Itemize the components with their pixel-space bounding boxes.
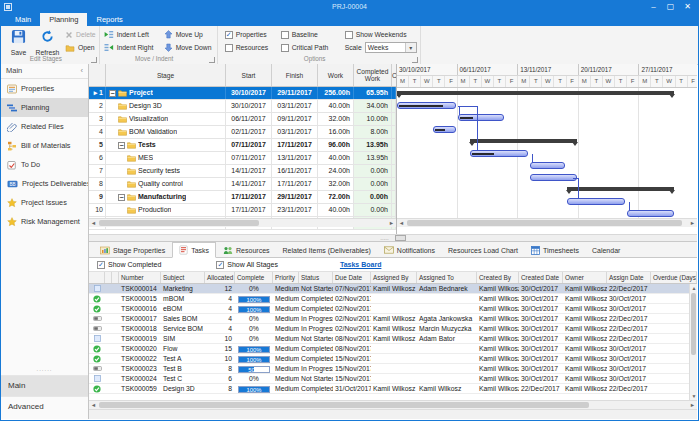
tab-calendar[interactable]: Calendar — [586, 243, 626, 257]
stage-row-manufacturing[interactable]: 9−Manufacturing17/11/201729/11/201772.00… — [89, 191, 396, 204]
stage-row-security-tests[interactable]: 7Security tests14/11/201716/11/201724.00… — [89, 165, 396, 178]
sidebar-view-main[interactable]: Main — [1, 375, 88, 396]
gantt-hscrollbar[interactable]: ◄ ► — [397, 218, 697, 227]
tab-resources-load-chart[interactable]: Resources Load Chart — [442, 243, 524, 257]
gantt-body[interactable] — [397, 88, 697, 220]
dialog-launcher-icon[interactable] — [209, 57, 215, 63]
task-row-tsk000020[interactable]: TSK000020Flow15100%MediumCompleted08/Nov… — [89, 344, 697, 354]
open-button[interactable]: Open — [65, 41, 96, 54]
task-column-priority[interactable]: Priority — [273, 272, 299, 283]
stage-row-production[interactable]: 10Production17/11/201723/11/201740.00h0.… — [89, 204, 396, 217]
collapse-sidebar-icon[interactable]: ‹ — [81, 64, 84, 78]
stage-table-hscrollbar[interactable]: ◄ ► — [89, 218, 396, 227]
move-up-button[interactable]: Move Up — [164, 28, 214, 41]
column-header-finish[interactable]: Finish — [272, 64, 318, 86]
task-table-vscrollbar[interactable]: ▲ ▼ — [689, 284, 697, 400]
gantt-task-bar[interactable] — [458, 114, 504, 121]
task-row-tsk000022[interactable]: TSK000022Test A10100%MediumCompleted15/N… — [89, 354, 697, 364]
scale-dropdown[interactable]: Weeks▾ — [365, 42, 417, 53]
filter-show-all-stages[interactable]: Show All Stages — [216, 261, 278, 269]
maximize-button[interactable]: ▢ — [662, 1, 679, 13]
task-column-owner[interactable]: Owner — [563, 272, 607, 283]
task-row-tsk000016[interactable]: TSK000016eBOM4100%MediumCompleted02/Nov/… — [89, 304, 697, 314]
task-column-blank[interactable] — [89, 272, 105, 283]
checkbox[interactable] — [97, 261, 105, 269]
task-column-assign-date[interactable]: Assign Date — [607, 272, 651, 283]
sidebar-item-to-do[interactable]: To Do — [1, 155, 88, 174]
sidebar-item-related-files[interactable]: Related Files — [1, 117, 88, 136]
task-row-tsk000023[interactable]: TSK000023Test B850%MediumIn Progress15/N… — [89, 364, 697, 374]
ribbon-tab-planning[interactable]: Planning — [40, 13, 87, 26]
checkbox[interactable] — [281, 44, 289, 52]
task-row-tsk000017[interactable]: TSK000017Sales BOM40%MediumIn Progress02… — [89, 314, 697, 324]
indent-left-button[interactable]: Indent Left — [104, 28, 161, 41]
sidebar-item-risk-management[interactable]: Risk Management — [1, 212, 88, 231]
indent-right-button[interactable]: Indent Right — [104, 41, 161, 54]
task-row-tsk000015[interactable]: TSK000015mBOM4100%MediumCompleted02/Nov/… — [89, 294, 697, 304]
move-down-button[interactable]: Move Down — [164, 41, 214, 54]
sidebar-view-advanced[interactable]: Advanced — [1, 396, 88, 417]
task-column-status[interactable]: Status — [299, 272, 333, 283]
stage-row-quality-control[interactable]: 8Quality control14/11/201717/11/201732.0… — [89, 178, 396, 191]
gantt-task-bar[interactable] — [627, 210, 673, 217]
option-show-weekends[interactable]: Show Weekends — [345, 28, 417, 41]
tab-notifications[interactable]: Notifications — [378, 243, 441, 257]
scroll-left-icon[interactable]: ◄ — [89, 219, 98, 228]
column-header-work[interactable]: Work — [318, 64, 354, 86]
scrollbar-thumb[interactable] — [99, 402, 589, 408]
task-column-allocated[interactable]: Allocated — [205, 272, 235, 283]
task-column-overdue-days[interactable]: Overdue (Days) — [651, 272, 697, 283]
ribbon-tab-main[interactable]: Main — [6, 13, 40, 26]
task-row-tsk000019[interactable]: TSK000019SIM100%MediumNot Started08/Nov/… — [89, 334, 697, 344]
collapse-toggle-icon[interactable]: − — [118, 142, 125, 149]
scrollbar-thumb[interactable] — [407, 220, 682, 226]
option-critical-path[interactable]: Critical Path — [281, 41, 341, 54]
refresh-button[interactable]: Refresh — [33, 28, 62, 56]
stage-row-visualization[interactable]: 3Visualization06/11/201709/11/201732.00h… — [89, 113, 396, 126]
gantt-summary-bar[interactable] — [470, 139, 577, 143]
task-column-blank[interactable] — [112, 272, 119, 283]
delete-button[interactable]: Delete — [65, 28, 96, 41]
task-column-created-by[interactable]: Created By — [477, 272, 519, 283]
column-header-completed-work[interactable]: Completed Work — [354, 64, 392, 86]
task-column-created-date[interactable]: Created Date — [519, 272, 563, 283]
option-properties[interactable]: Properties — [225, 28, 277, 41]
option-baseline[interactable]: Baseline — [281, 28, 341, 41]
sidebar-item-properties[interactable]: Properties — [1, 79, 88, 98]
task-column-subject[interactable]: Subject — [161, 272, 205, 283]
stage-row-mes[interactable]: 6MES07/11/201713/11/201740.00h13.95h — [89, 152, 396, 165]
tab-related-items-deliverables[interactable]: Related Items (Deliverables) — [277, 243, 377, 257]
task-column-assigned-to[interactable]: Assigned To — [417, 272, 477, 283]
task-row-tsk000014[interactable]: TSK000014Marketing120%MediumNot Started0… — [89, 284, 697, 294]
stage-row-bom-validation[interactable]: 4BOM Validation02/11/201703/11/201716.00… — [89, 126, 396, 139]
task-column-number[interactable]: Number — [119, 272, 161, 283]
gantt-summary-bar[interactable] — [567, 187, 674, 191]
scroll-right-icon[interactable]: ► — [387, 219, 396, 228]
gantt-summary-bar[interactable] — [397, 91, 674, 95]
scroll-up-icon[interactable]: ▲ — [690, 284, 698, 292]
tab-resources[interactable]: Resources — [217, 243, 275, 257]
splitter-grip[interactable]: ..... — [380, 235, 388, 241]
task-row-tsk000059[interactable]: TSK000059Design 3D8100%MediumCompleted31… — [89, 384, 697, 394]
horizontal-splitter[interactable]: ..... — [89, 234, 697, 242]
collapse-toggle-icon[interactable]: − — [118, 194, 125, 201]
sidebar-item-planning[interactable]: Planning — [1, 98, 88, 117]
task-table-hscrollbar[interactable]: ◄ ► — [89, 400, 697, 409]
checkbox[interactable] — [216, 261, 224, 269]
scrollbar-thumb[interactable] — [99, 220, 259, 226]
scroll-left-icon[interactable]: ◄ — [397, 219, 406, 228]
scroll-right-icon[interactable]: ► — [688, 219, 697, 228]
task-column-blank[interactable] — [105, 272, 112, 283]
close-button[interactable]: ✕ — [679, 1, 696, 13]
scrollbar-thumb[interactable] — [691, 293, 696, 355]
dialog-launcher-icon[interactable] — [412, 57, 418, 63]
splitter-collapse-button[interactable] — [395, 235, 406, 241]
tab-tasks[interactable]: Tasks — [172, 242, 216, 258]
task-column-assigned-by[interactable]: Assigned By — [371, 272, 417, 283]
scroll-down-icon[interactable]: ▼ — [690, 392, 698, 400]
stage-row-design-3d[interactable]: 2Design 3D30/10/201703/11/201740.00h34.0… — [89, 100, 396, 113]
filter-show-completed[interactable]: Show Completed — [97, 261, 161, 269]
gantt-task-bar[interactable] — [397, 102, 456, 109]
gantt-task-bar[interactable] — [530, 162, 564, 169]
column-header-stage[interactable]: Stage — [106, 64, 226, 86]
